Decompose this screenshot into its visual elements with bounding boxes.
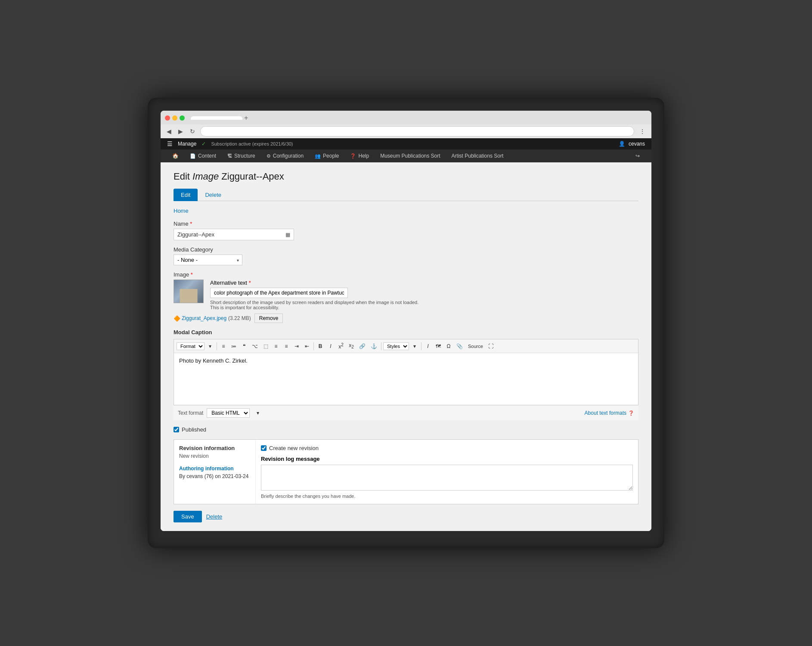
image-section: Image * Alternative text * [174,271,638,323]
maximize-btn[interactable]: ⛶ [486,342,496,351]
nav-item-people[interactable]: 👥 People [310,149,344,162]
nav-item-content[interactable]: 📄 Content [185,149,221,162]
reload-button[interactable]: ↻ [188,127,197,136]
logout-button[interactable]: ↪ [630,149,645,162]
indent-btn[interactable]: ⇥ [292,342,301,351]
media-category-section: Media Category - None - ▾ [174,246,638,265]
name-input-value[interactable]: Ziggurat--Apex [177,231,285,238]
text-format-chevron[interactable]: ▾ [253,409,263,417]
subscription-text: Subscription active (expires 2021/6/30) [211,141,293,146]
footer-buttons: Save Delete [174,511,638,522]
format-bar: Text format Basic HTML ▾ About text form… [174,405,638,420]
required-indicator: * [190,221,192,227]
hamburger-menu[interactable]: ☰ [167,140,173,147]
align-right-btn[interactable]: ≡ [282,342,291,351]
new-tab-button[interactable]: + [244,114,248,122]
manage-label[interactable]: Manage [178,141,196,147]
building-shape [180,289,198,303]
separator-3 [381,342,381,350]
authoring-title[interactable]: Authoring information [179,466,250,472]
align-left-btn[interactable]: ⬚ [261,342,270,351]
create-revision-checkbox[interactable] [261,445,267,451]
blockquote-btn[interactable]: ❝ [239,342,249,351]
special-chars-btn[interactable]: Ω [444,342,453,351]
media-category-select[interactable]: - None - [174,255,242,265]
authoring-text: By cevans (76) on 2021-03-24 [179,473,250,479]
admin-bar: ☰ Manage ✓ Subscription active (expires … [161,138,651,149]
page-title: Edit Image Ziggurat--Apex [174,171,638,182]
text-format-select[interactable]: Basic HTML [207,408,250,418]
revision-log-textarea[interactable] [261,465,633,491]
nav-item-structure[interactable]: 🏗 Structure [222,149,260,162]
tab-bar: Edit Delete [174,189,638,201]
page-content: Edit Image Ziggurat--Apex Edit Delete Ho… [161,162,651,531]
content-icon: 📄 [190,153,196,159]
breadcrumb-home[interactable]: Home [174,208,189,214]
tab-edit[interactable]: Edit [174,189,198,201]
maximize-dot[interactable] [180,115,185,121]
alt-text-input[interactable] [210,288,348,298]
align-center-btn[interactable]: ≡ [271,342,281,351]
revision-log-label: Revision log message [261,456,633,462]
tab-delete[interactable]: Delete [198,189,229,201]
bold-btn[interactable]: B [316,342,325,351]
home-nav-item[interactable]: 🏠 [167,149,184,162]
language-btn[interactable]: 🗺 [434,342,443,351]
close-dot[interactable] [165,115,170,121]
window-controls [165,115,185,121]
back-button[interactable]: ◀ [165,127,173,136]
italic-btn[interactable]: I [326,342,335,351]
styles-select[interactable]: Styles [383,342,409,350]
name-section: Name * Ziggurat--Apex ▦ [174,221,638,240]
about-text-formats-link[interactable]: About text formats [585,410,626,416]
people-icon: 👥 [315,153,321,159]
remove-button[interactable]: Remove [254,314,283,323]
user-label[interactable]: cevans [629,141,645,147]
separator-2 [313,342,314,350]
editor-body[interactable]: Photo by Kenneth C. Zirkel. [174,353,638,405]
outdent-btn[interactable]: ⇤ [302,342,312,351]
alt-text-section: Alternative text * Short description of … [210,280,638,310]
nav-menu: 🏠 📄 Content 🏗 Structure ⚙ Configuration … [161,149,651,162]
revision-subtitle: New revision [179,453,250,459]
edit-icon: ▦ [285,232,290,238]
create-revision-label: Create new revision [269,445,319,451]
link-btn[interactable]: 🔗 [357,342,368,351]
save-button[interactable]: Save [174,511,202,522]
minimize-dot[interactable] [172,115,177,121]
alt-text-desc: Short description of the image used by s… [210,300,425,310]
forward-button[interactable]: ▶ [177,127,185,136]
revision-section: Revision information New revision Author… [174,439,638,504]
unordered-list-btn[interactable]: ≡ [219,342,228,351]
revision-log-desc: Briefly describe the changes you have ma… [261,494,633,499]
delete-footer-button[interactable]: Delete [206,511,223,522]
nav-item-configuration[interactable]: ⚙ Configuration [261,149,309,162]
superscript-btn[interactable]: x2 [336,341,346,351]
help-circle-icon: ❓ [628,410,634,416]
ordered-list-btn[interactable]: ≔ [229,342,239,351]
image-preview [174,280,203,303]
subscript-btn[interactable]: x2 [347,341,356,351]
styles-chevron[interactable]: ▾ [410,342,419,351]
url-bar[interactable] [200,126,634,137]
breadcrumb: Home [174,208,638,214]
editor-toolbar: Format ▾ ≡ ≔ ❝ ⌥ ⬚ ≡ ≡ ⇥ ⇤ [174,339,638,353]
unlink-btn[interactable]: ⚓ [369,342,379,351]
file-btn[interactable]: 📎 [454,342,465,351]
published-row: Published [174,426,638,433]
nav-item-museum-sort[interactable]: Museum Publications Sort [375,149,445,162]
image-row: Alternative text * Short description of … [174,280,638,310]
italic-btn2[interactable]: I [423,342,433,351]
nav-item-help[interactable]: ❓ Help [345,149,374,162]
code-btn[interactable]: ⌥ [250,342,260,351]
toolbar-chevron[interactable]: ▾ [205,342,215,351]
published-checkbox[interactable] [174,427,179,432]
extensions-button[interactable]: ⋮ [638,127,647,136]
format-select[interactable]: Format [177,342,205,350]
text-format-label: Text format [178,410,203,416]
revision-grid: Revision information New revision Author… [174,440,638,504]
nav-item-artist-sort[interactable]: Artist Publications Sort [446,149,509,162]
browser-tab-active[interactable] [191,116,242,120]
file-link[interactable]: Ziggurat_Apex.jpeg [182,315,226,321]
source-btn[interactable]: Source [466,342,485,350]
